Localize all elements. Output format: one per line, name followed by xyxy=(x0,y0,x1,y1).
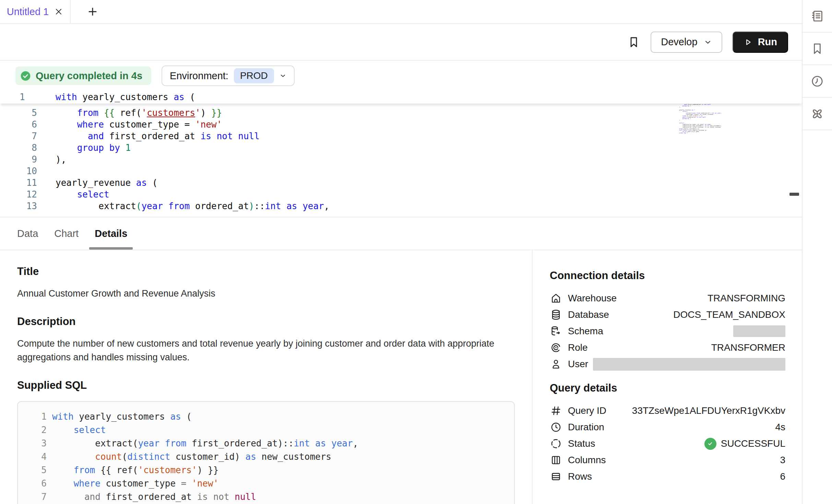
environment-value-chip: PROD xyxy=(234,68,274,83)
rows-icon xyxy=(550,470,562,483)
editor-sticky-line[interactable]: 1with yearly_customers as ( xyxy=(0,91,802,104)
query-row-status: Status SUCCESSFUL xyxy=(550,435,785,452)
clock-icon xyxy=(550,421,562,433)
environment-dropdown[interactable]: Environment: PROD xyxy=(162,65,295,86)
warehouse-icon xyxy=(550,292,562,304)
chevron-down-icon xyxy=(280,72,286,79)
tab-chart[interactable]: Chart xyxy=(54,217,79,250)
rail-filler xyxy=(803,130,832,504)
success-check-icon xyxy=(704,438,716,450)
run-label: Run xyxy=(758,36,777,48)
query-row-columns: Columns 3 xyxy=(550,452,785,468)
query-row-id: Query ID 33TZseWpe1ALFDUYerxR1gVKxbv xyxy=(550,403,785,419)
supplied-sql-heading: Supplied SQL xyxy=(17,379,515,392)
tab-details[interactable]: Details xyxy=(95,217,127,250)
main-area: Untitled 1 Develop Run xyxy=(0,0,802,504)
right-icon-rail xyxy=(802,0,832,504)
tab-untitled-1[interactable]: Untitled 1 xyxy=(0,0,71,23)
develop-dropdown[interactable]: Develop xyxy=(651,32,722,53)
check-circle-icon xyxy=(20,70,31,82)
details-left-column: Title Annual Customer Growth and Revenue… xyxy=(0,250,533,504)
title-heading: Title xyxy=(17,265,515,278)
query-row-rows: Rows 6 xyxy=(550,468,785,485)
notebook-button[interactable] xyxy=(803,0,832,33)
query-details-heading: Query details xyxy=(550,382,785,394)
user-value-redacted xyxy=(593,358,785,371)
bookmark-icon xyxy=(810,42,824,56)
columns-icon xyxy=(550,454,562,466)
tab-bar: Untitled 1 xyxy=(0,0,802,24)
editor-scrollbar-thumb[interactable] xyxy=(789,193,799,196)
database-value: DOCS_TEAM_SANDBOX xyxy=(673,309,785,320)
status-spinner-icon xyxy=(550,437,562,450)
schema-value-redacted xyxy=(733,325,785,337)
semantic-layer-button[interactable] xyxy=(803,98,832,130)
connection-row-user: User xyxy=(550,356,785,372)
rows-value: 6 xyxy=(780,471,785,482)
new-tab-button[interactable] xyxy=(71,0,99,23)
run-button[interactable]: Run xyxy=(733,32,788,53)
connection-details-heading: Connection details xyxy=(550,269,785,282)
schema-icon xyxy=(550,325,562,337)
sql-editor[interactable]: 5 from {{ ref('customers') }}6 where cus… xyxy=(0,91,802,217)
history-clock-icon xyxy=(810,74,824,88)
status-value: SUCCESSFUL xyxy=(704,438,785,450)
details-panel: Title Annual Customer Growth and Revenue… xyxy=(0,250,802,504)
description-value: Compute the number of new customers and … xyxy=(17,337,515,364)
chevron-down-icon xyxy=(704,38,712,46)
tab-label: Untitled 1 xyxy=(7,6,49,17)
plus-icon xyxy=(86,5,99,18)
status-row: Query completed in 4s Environment: PROD xyxy=(0,61,802,91)
tab-data[interactable]: Data xyxy=(17,217,38,250)
query-status-text: Query completed in 4s xyxy=(36,70,142,82)
columns-value: 3 xyxy=(780,455,785,466)
query-status-pill: Query completed in 4s xyxy=(15,67,151,85)
warehouse-value: TRANSFORMING xyxy=(708,293,785,304)
query-row-duration: Duration 4s xyxy=(550,419,785,435)
duration-value: 4s xyxy=(775,422,785,433)
play-icon xyxy=(744,38,752,47)
app-window: Untitled 1 Develop Run xyxy=(0,0,832,504)
connection-row-schema: Schema xyxy=(550,323,785,339)
user-icon xyxy=(550,358,562,370)
role-value: TRANSFORMER xyxy=(711,342,785,353)
query-id-value: 33TZseWpe1ALFDUYerxR1gVKxbv xyxy=(632,405,785,416)
title-value: Annual Customer Growth and Revenue Analy… xyxy=(17,287,515,300)
bookmark-button[interactable] xyxy=(627,36,640,49)
environment-label: Environment: xyxy=(170,70,228,82)
toolbar: Develop Run xyxy=(0,24,802,61)
hash-icon xyxy=(550,405,562,417)
bookmark-icon xyxy=(627,36,640,49)
notebook-icon xyxy=(810,9,824,23)
description-heading: Description xyxy=(17,315,515,328)
supplied-sql-code-block: 1with yearly_customers as (2 select3 ext… xyxy=(17,401,515,504)
bookmarks-button[interactable] xyxy=(803,33,832,65)
result-tabs: Data Chart Details xyxy=(0,217,802,250)
develop-label: Develop xyxy=(661,36,697,48)
connection-row-database: Database DOCS_TEAM_SANDBOX xyxy=(550,307,785,323)
tab-close-icon[interactable] xyxy=(54,7,63,16)
database-icon xyxy=(550,309,562,321)
role-icon xyxy=(550,341,562,354)
connection-row-role: Role TRANSFORMER xyxy=(550,339,785,356)
details-right-column: Connection details Warehouse TRANSFORMIN… xyxy=(533,250,802,504)
history-button[interactable] xyxy=(803,65,832,98)
mesh-icon xyxy=(810,107,824,121)
connection-row-warehouse: Warehouse TRANSFORMING xyxy=(550,290,785,307)
